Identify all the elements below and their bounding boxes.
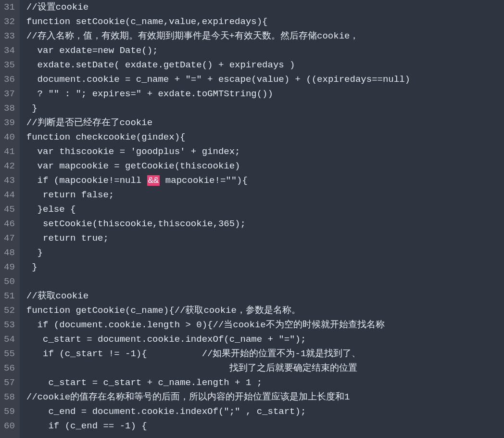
- code-token: var thiscookie = 'goodplus' + gindex;: [26, 146, 240, 157]
- line-number: 46: [4, 217, 15, 231]
- code-line[interactable]: return true;: [26, 231, 504, 245]
- code-token: c_start = c_start + c_name.length + 1 ;: [26, 377, 262, 388]
- line-number: 57: [4, 375, 15, 390]
- code-token: if (c_start != -1){ //如果开始的位置不为-1就是找到了、: [26, 348, 361, 359]
- code-token: &&: [147, 175, 160, 186]
- code-token: var mapcookie = getCookie(thiscookie): [26, 161, 240, 171]
- code-line[interactable]: var thiscookie = 'goodplus' + gindex;: [26, 144, 504, 159]
- line-number: 56: [4, 361, 15, 375]
- code-line[interactable]: setCookie(thiscookie,thiscookie,365);: [26, 217, 504, 231]
- code-line[interactable]: c_end = document.cookie.indexOf(";" , c_…: [26, 404, 504, 419]
- code-token: //cookie的值存在名称和等号的后面，所以内容的开始位置应该是加上长度和1: [26, 392, 350, 402]
- line-number: 35: [4, 58, 15, 72]
- code-line[interactable]: return false;: [26, 188, 504, 202]
- code-line[interactable]: }: [26, 101, 504, 116]
- code-token: //获取cookie: [26, 291, 88, 301]
- code-token: if (c_end == -1) {: [26, 421, 147, 431]
- code-token: ? "" : "; expires=" + exdate.toGMTString…: [26, 89, 273, 99]
- line-number: 59: [4, 404, 15, 419]
- code-token: c_start = document.cookie.indexOf(c_name…: [26, 334, 306, 345]
- code-token: }: [26, 103, 38, 114]
- code-token: if (mapcookie!=null: [26, 175, 147, 186]
- line-number: 45: [4, 202, 15, 217]
- line-number: 51: [4, 289, 15, 303]
- code-line[interactable]: var exdate=new Date();: [26, 43, 504, 58]
- code-line[interactable]: 找到了之后就要确定结束的位置: [26, 361, 504, 375]
- code-line[interactable]: exdate.setDate( exdate.getDate() + expir…: [26, 58, 504, 72]
- code-token: c_end = document.cookie.indexOf(";" , c_…: [26, 406, 306, 417]
- line-number: 32: [4, 14, 15, 29]
- line-number: 43: [4, 173, 15, 188]
- code-line[interactable]: function setCookie(c_name,value,expireda…: [26, 14, 504, 29]
- line-number: 49: [4, 260, 15, 274]
- code-token: return true;: [26, 233, 109, 244]
- code-token: }: [26, 262, 38, 272]
- code-token: document.cookie = c_name + "=" + escape(…: [26, 74, 410, 85]
- line-number: 39: [4, 116, 15, 130]
- code-line[interactable]: c_start = document.cookie.indexOf(c_name…: [26, 332, 504, 347]
- line-number: 42: [4, 159, 15, 173]
- line-number: 53: [4, 318, 15, 332]
- code-line[interactable]: var mapcookie = getCookie(thiscookie): [26, 159, 504, 173]
- code-line[interactable]: //存入名称，值，有效期。有效期到期事件是今天+有效天数。然后存储cookie，: [26, 29, 504, 43]
- code-line[interactable]: //判断是否已经存在了cookie: [26, 116, 504, 130]
- code-line[interactable]: //cookie的值存在名称和等号的后面，所以内容的开始位置应该是加上长度和1: [26, 390, 504, 404]
- line-number: 54: [4, 332, 15, 347]
- line-number: 37: [4, 87, 15, 101]
- code-token: return false;: [26, 190, 114, 200]
- code-line[interactable]: ? "" : "; expires=" + exdate.toGMTString…: [26, 87, 504, 101]
- code-line[interactable]: }: [26, 245, 504, 260]
- code-token: mapcookie!=""){: [160, 175, 247, 186]
- code-token: function setCookie(c_name,value,expireda…: [26, 16, 268, 27]
- code-token: setCookie(thiscookie,thiscookie,365);: [26, 219, 246, 229]
- code-token: //存入名称，值，有效期。有效期到期事件是今天+有效天数。然后存储cookie，: [26, 31, 359, 41]
- code-line[interactable]: function checkcookie(gindex){: [26, 130, 504, 144]
- code-token: }else {: [26, 204, 76, 215]
- code-line[interactable]: if (document.cookie.length > 0){//当cooki…: [26, 318, 504, 332]
- code-line[interactable]: document.cookie = c_name + "=" + escape(…: [26, 72, 504, 87]
- code-token: 找到了之后就要确定结束的位置: [26, 363, 357, 374]
- line-number: 50: [4, 274, 15, 289]
- code-line[interactable]: }: [26, 260, 504, 274]
- code-line[interactable]: }else {: [26, 202, 504, 217]
- code-line[interactable]: //设置cookie: [26, 0, 504, 14]
- code-token: function getCookie(c_name){//获取cookie，参数…: [26, 305, 301, 316]
- line-number: 48: [4, 245, 15, 260]
- code-token: //判断是否已经存在了cookie: [26, 117, 152, 128]
- line-number: 58: [4, 390, 15, 404]
- line-number: 33: [4, 29, 15, 43]
- line-number: 36: [4, 72, 15, 87]
- line-number: 34: [4, 43, 15, 58]
- line-number: 44: [4, 188, 15, 202]
- line-number: 60: [4, 419, 15, 433]
- code-line[interactable]: if (mapcookie!=null && mapcookie!=""){: [26, 173, 504, 188]
- code-line[interactable]: c_start = c_start + c_name.length + 1 ;: [26, 375, 504, 390]
- code-token: if (document.cookie.length > 0){//当cooki…: [26, 320, 385, 330]
- code-editor: 3132333435363738394041424344454647484950…: [0, 0, 504, 438]
- code-line[interactable]: if (c_end == -1) {: [26, 419, 504, 433]
- line-number-gutter: 3132333435363738394041424344454647484950…: [0, 0, 20, 438]
- line-number: 40: [4, 130, 15, 144]
- code-line[interactable]: function getCookie(c_name){//获取cookie，参数…: [26, 303, 504, 318]
- line-number: 41: [4, 144, 15, 159]
- line-number: 47: [4, 231, 15, 245]
- code-token: }: [26, 247, 43, 258]
- code-token: function checkcookie(gindex){: [26, 132, 186, 142]
- line-number: 52: [4, 303, 15, 318]
- code-token: var exdate=new Date();: [26, 45, 158, 56]
- code-content-area[interactable]: //设置cookiefunction setCookie(c_name,valu…: [20, 0, 504, 438]
- line-number: 31: [4, 0, 15, 14]
- line-number: 55: [4, 347, 15, 361]
- line-number: 38: [4, 101, 15, 116]
- code-line[interactable]: //获取cookie: [26, 289, 504, 303]
- code-line[interactable]: [26, 274, 504, 289]
- code-token: exdate.setDate( exdate.getDate() + expir…: [26, 60, 295, 70]
- code-token: //设置cookie: [26, 2, 88, 13]
- code-line[interactable]: if (c_start != -1){ //如果开始的位置不为-1就是找到了、: [26, 347, 504, 361]
